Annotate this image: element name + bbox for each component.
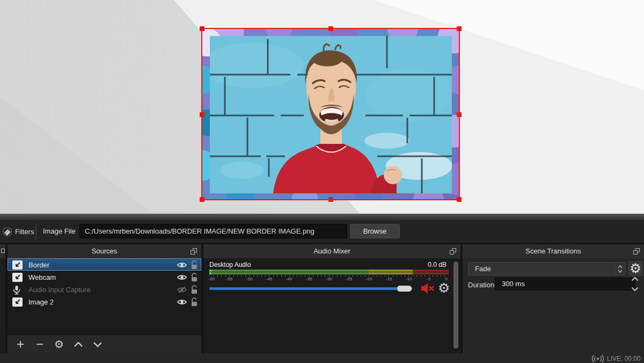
source-label: Audio Input Capture (28, 286, 91, 294)
duration-input[interactable]: 300 ms (495, 278, 635, 291)
sources-panel: Sources Border Webcam (8, 244, 201, 353)
add-source-button[interactable]: + (14, 338, 26, 350)
status-bar: LIVE: 00:00 (0, 353, 644, 363)
image-source-icon (12, 297, 23, 307)
image-source-icon (12, 273, 23, 282)
microphone-icon (12, 285, 23, 294)
meter-scale-labels: -60 -55 -50 -45 -40 -35 -30 -25 -20 -15 … (209, 277, 449, 282)
source-properties-toolbar: Filters Image File Browse (0, 220, 644, 243)
visibility-hidden-eye-icon[interactable] (177, 286, 187, 294)
resize-handle-bottom-right[interactable] (457, 197, 462, 202)
unlock-icon[interactable] (190, 285, 199, 295)
visibility-eye-icon[interactable] (177, 298, 187, 306)
mute-speaker-icon[interactable] (421, 282, 435, 295)
filters-button[interactable]: Filters (2, 224, 34, 238)
source-properties-gear-icon[interactable]: ⚙ (53, 338, 65, 350)
sources-toolbar: + − ⚙ (8, 335, 201, 353)
audio-mixer-panel: Audio Mixer Desktop Audio 0.0 dB -60 -55… (203, 244, 460, 353)
gear-icon: ⚙ (630, 261, 641, 276)
channel-level-db: 0.0 dB (428, 261, 447, 268)
sources-panel-title: Sources (92, 247, 118, 255)
scenes-panel-header (0, 244, 5, 258)
source-row-webcam[interactable]: Webcam (8, 271, 201, 283)
audio-mixer-header[interactable]: Audio Mixer (203, 244, 460, 258)
volume-slider[interactable] (209, 285, 412, 292)
unlock-icon[interactable] (190, 272, 199, 282)
source-label: Border (28, 261, 49, 269)
broadcast-icon (592, 354, 604, 363)
dock-area: Sources Border Webcam (0, 243, 644, 353)
scene-transitions-header[interactable]: Scene Transitions (463, 244, 644, 258)
sources-panel-header[interactable]: Sources (8, 244, 201, 258)
channel-name: Desktop Audio (209, 261, 251, 268)
duration-value: 300 ms (502, 280, 525, 288)
source-row-audio-input-capture[interactable]: Audio Input Capture (8, 283, 201, 295)
volume-slider-handle[interactable] (397, 286, 412, 292)
selected-image-source[interactable] (201, 28, 460, 200)
filters-icon (2, 227, 12, 237)
combo-chevrons-icon[interactable] (614, 263, 625, 275)
browse-button[interactable]: Browse (350, 224, 400, 238)
source-label: Image 2 (28, 298, 54, 306)
resize-handle-middle-left[interactable] (200, 112, 204, 117)
live-label: LIVE: 00:00 (607, 355, 641, 362)
mixer-scrollbar[interactable] (453, 260, 458, 351)
resize-handle-top-middle[interactable] (328, 26, 333, 31)
popout-icon[interactable] (633, 248, 640, 255)
scenes-panel-sliver (0, 244, 5, 353)
volume-meter (209, 270, 449, 274)
toolbar-separator (35, 223, 36, 239)
remove-source-button[interactable]: − (34, 338, 46, 350)
scene-transitions-body: Fade ⚙ Duration 300 ms (463, 258, 644, 353)
scene-transitions-panel: Scene Transitions Fade ⚙ Duration 300 ms (463, 244, 644, 353)
channel-gear-icon[interactable]: ⚙ (438, 280, 450, 296)
source-row-image-2[interactable]: Image 2 (8, 295, 201, 308)
filters-label: Filters (15, 228, 34, 236)
transition-gear-button[interactable]: ⚙ (628, 261, 643, 276)
resize-handle-middle-right[interactable] (457, 112, 462, 117)
selection-rectangle[interactable] (201, 28, 460, 200)
unlock-icon[interactable] (190, 260, 199, 270)
unlock-icon[interactable] (190, 297, 199, 307)
mixer-scrollbar-thumb[interactable] (453, 262, 458, 349)
popout-icon (1, 249, 5, 253)
popout-icon[interactable] (450, 248, 456, 255)
move-source-up-icon[interactable] (72, 338, 84, 350)
source-label: Webcam (28, 273, 56, 281)
volume-slider-track[interactable] (209, 287, 412, 290)
duration-label: Duration (468, 281, 494, 289)
move-source-down-icon[interactable] (92, 338, 104, 350)
visibility-eye-icon[interactable] (177, 273, 187, 281)
image-file-path-input[interactable] (79, 224, 347, 238)
resize-handle-top-right[interactable] (457, 26, 462, 31)
audio-mixer-body: Desktop Audio 0.0 dB -60 -55 -50 -45 -40… (203, 258, 460, 353)
audio-mixer-title: Audio Mixer (313, 247, 350, 255)
live-status: LIVE: 00:00 (592, 354, 641, 363)
source-row-border[interactable]: Border (8, 258, 201, 271)
image-source-icon (12, 260, 23, 270)
preview-canvas[interactable] (0, 0, 644, 215)
image-file-label: Image File (43, 227, 76, 235)
resize-handle-bottom-middle[interactable] (328, 197, 333, 202)
visibility-eye-icon[interactable] (177, 261, 187, 269)
resize-handle-bottom-left[interactable] (200, 197, 204, 202)
transition-select[interactable]: Fade (468, 262, 626, 275)
popout-icon[interactable] (191, 248, 197, 255)
sources-list: Border Webcam (8, 258, 201, 334)
resize-handle-top-left[interactable] (200, 26, 204, 31)
transition-value: Fade (475, 265, 491, 273)
duration-spinner[interactable] (631, 277, 640, 292)
scene-transitions-title: Scene Transitions (525, 247, 581, 255)
